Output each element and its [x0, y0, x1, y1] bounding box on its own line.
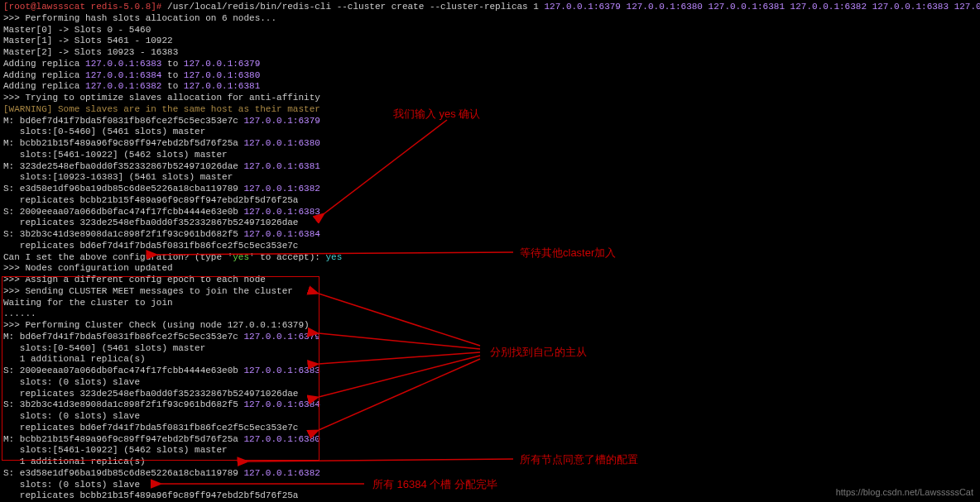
prompt: [root@lawssscat redis-5.0.8]# [3, 2, 161, 12]
user-input-yes[interactable]: yes [325, 252, 342, 262]
watermark: https://blog.csdn.net/LawsssssCat [836, 487, 973, 499]
terminal-output: [root@lawssscat redis-5.0.8]# /usr/local… [3, 2, 977, 502]
